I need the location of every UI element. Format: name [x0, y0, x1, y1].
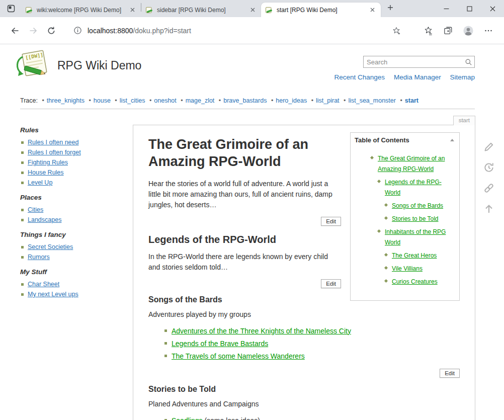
list-item: Secret Societies	[20, 243, 125, 251]
tab-close-icon[interactable]	[128, 6, 137, 15]
sidebar-link[interactable]: Landscapes	[28, 216, 61, 223]
list-item: Rules I often need	[20, 138, 125, 146]
tab-wiki-welcome[interactable]: wiki:welcome [RPG Wiki Demo]	[21, 3, 141, 17]
url-host: localhost:8800	[88, 27, 133, 35]
trace-link[interactable]: brave_bastards	[223, 97, 267, 104]
sidebar-link[interactable]: House Rules	[28, 169, 64, 176]
sitemap-link[interactable]: Sitemap	[450, 73, 475, 81]
browser-toolbar: localhost:8800/doku.php?id=start	[0, 17, 504, 44]
trace-link[interactable]: list_pirat	[316, 97, 340, 104]
toc-link[interactable]: Curios Creatures	[392, 278, 438, 285]
recent-changes-link[interactable]: Recent Changes	[334, 73, 385, 81]
list-item: Landscapes	[20, 216, 125, 224]
page-tab-start[interactable]: start	[453, 116, 475, 125]
profile-avatar[interactable]	[460, 22, 477, 39]
sidebar-link[interactable]: Char Sheet	[28, 281, 59, 288]
forward-button[interactable]	[25, 23, 41, 39]
address-bar[interactable]: localhost:8800/doku.php?id=start	[66, 22, 411, 39]
sidebar-heading-rules: Rules	[20, 126, 125, 134]
tab-close-icon[interactable]	[368, 6, 377, 15]
tab-sidebar[interactable]: sidebar [RPG Wiki Demo]	[141, 3, 261, 17]
wiki-link[interactable]: The Travels of some Nameless Wanderers	[172, 352, 305, 360]
minimize-button[interactable]	[435, 0, 458, 17]
search-button[interactable]	[462, 56, 474, 67]
section-edit: Edit	[148, 368, 460, 378]
toc-link[interactable]: Vile Villians	[392, 265, 423, 272]
songs-list: Adventures of the the Three Knights of t…	[163, 326, 460, 361]
search-icon	[465, 58, 472, 66]
site-logo[interactable]: [[DW]]	[15, 49, 51, 84]
sidebar-link[interactable]: Level Up	[28, 179, 52, 186]
breadcrumb: Trace: •three_knights •house •list_citie…	[20, 97, 475, 109]
sidebar-link[interactable]: Fighting Rules	[28, 159, 68, 166]
trace-link[interactable]: list_sea_monster	[348, 97, 396, 104]
list-item: Char Sheet	[20, 280, 125, 288]
edit-page-icon[interactable]	[482, 140, 495, 153]
sidebar-link[interactable]: Rumors	[28, 254, 50, 261]
quick-links: Recent Changes Media Manager Sitemap	[327, 73, 475, 81]
sidebar-heading-fancy: Things I fancy	[20, 231, 125, 238]
window-controls	[435, 0, 504, 17]
stories-list: Seedlings (some lose ideas)	[163, 415, 460, 420]
toc-link[interactable]: The Great Grimoire of an Amazing RPG-Wor…	[378, 155, 445, 173]
wiki-link[interactable]: Legends of the Brave Bastards	[172, 340, 268, 348]
tab-actions-icon[interactable]	[5, 3, 17, 15]
tab-close-icon[interactable]	[248, 6, 257, 15]
tab-title: sidebar [RPG Wiki Demo]	[157, 7, 248, 14]
site-title[interactable]: RPG Wiki Demo	[57, 59, 141, 72]
favorites-icon[interactable]	[419, 22, 437, 39]
add-favorite-icon[interactable]	[390, 25, 402, 37]
edit-button[interactable]: Edit	[321, 217, 341, 226]
toc-link[interactable]: Inhabitants of the RPG World	[385, 228, 446, 246]
toc-item: Stories to be Told	[384, 213, 455, 224]
tab-title: wiki:welcome [RPG Wiki Demo]	[37, 7, 128, 14]
toc-item: Legends of the RPG-World	[377, 177, 455, 198]
trace-link[interactable]: hero_ideas	[276, 97, 307, 104]
close-button[interactable]	[481, 0, 504, 17]
browser-window: wiki:welcome [RPG Wiki Demo] sidebar [RP…	[0, 0, 504, 420]
trace-link[interactable]: mage_zlot	[186, 97, 215, 104]
sidebar-link[interactable]: Rules I often need	[28, 139, 78, 146]
trace-link[interactable]: house	[94, 97, 111, 104]
wiki-link[interactable]: Seedlings	[172, 416, 203, 420]
media-manager-link[interactable]: Media Manager	[394, 73, 441, 81]
sidebar-link[interactable]: My next Level ups	[28, 291, 78, 298]
toc-toggle-icon[interactable]	[450, 139, 454, 141]
back-to-top-icon[interactable]	[482, 202, 495, 215]
sidebar-link[interactable]: Rules I often forget	[28, 149, 81, 156]
backlinks-icon[interactable]	[482, 182, 495, 195]
maximize-button[interactable]	[458, 0, 481, 17]
toc-link[interactable]: Songs of the Bards	[392, 202, 443, 209]
sidebar-link[interactable]: Cities	[28, 206, 43, 213]
edit-button[interactable]: Edit	[440, 369, 460, 378]
collections-icon[interactable]	[440, 22, 457, 39]
trace-label: Trace:	[20, 97, 38, 104]
search-input[interactable]	[364, 58, 462, 66]
revisions-icon[interactable]	[482, 161, 495, 174]
toc-link[interactable]: The Great Heros	[392, 252, 437, 259]
list-item: My next Level ups	[20, 290, 125, 298]
trace-current[interactable]: start	[405, 97, 418, 104]
toc-link[interactable]: Stories to be Told	[392, 215, 439, 222]
sidebar-link[interactable]: Secret Societies	[28, 243, 73, 250]
toc-item: The Great Heros	[384, 250, 455, 261]
toc-link[interactable]: Legends of the RPG-World	[385, 179, 442, 196]
trace-link[interactable]: list_cities	[120, 97, 145, 104]
back-button[interactable]	[7, 23, 23, 39]
search-box	[363, 56, 475, 68]
list-item: Fighting Rules	[20, 158, 125, 166]
list-item: The Travels of some Nameless Wanderers	[163, 351, 460, 361]
trace-link[interactable]: oneshot	[154, 97, 176, 104]
site-info-icon[interactable]	[71, 25, 83, 37]
edit-button[interactable]: Edit	[321, 279, 341, 288]
wiki-link[interactable]: Adventures of the the Three Knights of t…	[172, 327, 351, 335]
dokuwiki-favicon	[25, 6, 33, 14]
list-item: Rumors	[20, 253, 125, 261]
trace-link[interactable]: three_knights	[47, 97, 85, 104]
new-tab-button[interactable]	[384, 1, 397, 14]
dokuwiki-favicon	[145, 6, 153, 14]
more-menu-button[interactable]	[480, 22, 497, 39]
tab-start[interactable]: start [RPG Wiki Demo]	[261, 3, 381, 17]
toc-header: Table of Contents	[351, 133, 459, 146]
refresh-button[interactable]	[43, 23, 59, 39]
